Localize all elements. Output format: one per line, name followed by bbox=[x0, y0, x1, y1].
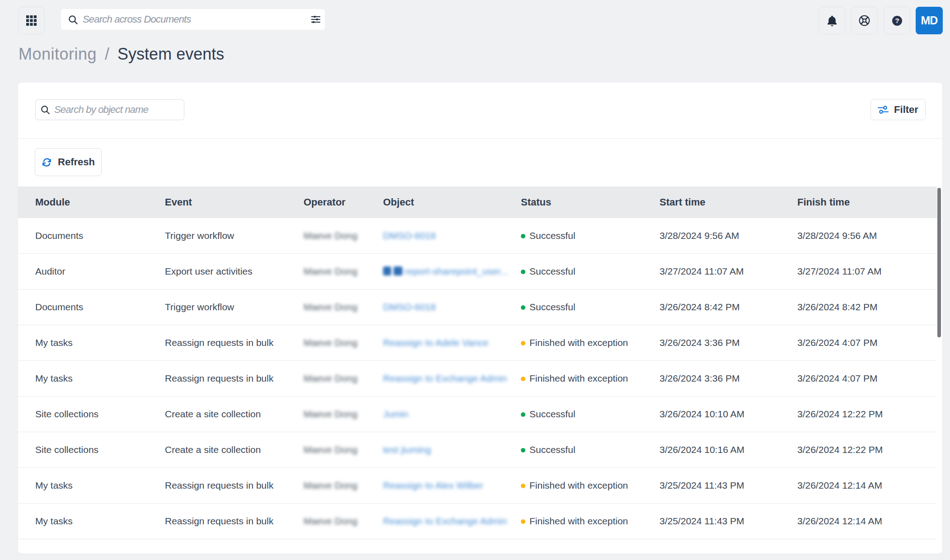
svg-text:?: ? bbox=[895, 17, 899, 24]
